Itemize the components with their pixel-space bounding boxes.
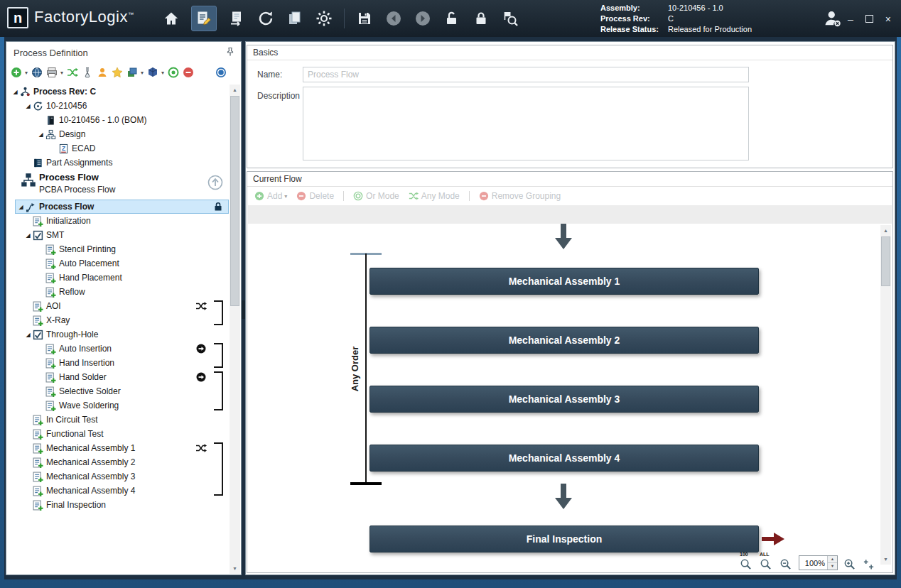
maximize-button[interactable] bbox=[865, 14, 873, 24]
tree-item-hand-insertion[interactable]: Hand Insertion bbox=[6, 356, 229, 370]
flow-step-box[interactable]: Mechanical Assembly 3 bbox=[369, 386, 759, 413]
tree-item-aoi[interactable]: AOI bbox=[6, 299, 229, 313]
dropdown-caret-icon[interactable]: ▾ bbox=[60, 70, 63, 76]
circle-blue-icon[interactable] bbox=[215, 67, 227, 78]
tree-item-x-ray[interactable]: X-Ray bbox=[6, 313, 229, 327]
flow-step-box[interactable]: Mechanical Assembly 1 bbox=[369, 268, 759, 295]
exchange-icon[interactable] bbox=[67, 67, 78, 78]
scroll-down-icon[interactable]: ▼ bbox=[230, 563, 240, 574]
unlock-icon[interactable] bbox=[443, 9, 461, 28]
tree-item-mechanical-assembly-1[interactable]: Mechanical Assembly 1 bbox=[6, 441, 229, 455]
user-icon[interactable] bbox=[97, 67, 108, 78]
dropdown-caret-icon[interactable]: ▾ bbox=[161, 70, 164, 76]
circle-green-icon[interactable] bbox=[168, 67, 179, 78]
flask-icon[interactable] bbox=[82, 67, 93, 78]
lock-icon[interactable] bbox=[472, 9, 490, 28]
any-mode-button[interactable]: Any Mode bbox=[409, 191, 460, 201]
tree-item-mechanical-assembly-4[interactable]: Mechanical Assembly 4 bbox=[6, 484, 229, 498]
flow-step-box[interactable]: Mechanical Assembly 2 bbox=[369, 327, 759, 354]
tree-expander-icon[interactable]: ◢ bbox=[11, 89, 20, 95]
add-icon[interactable] bbox=[11, 67, 22, 78]
star-icon[interactable] bbox=[112, 67, 123, 78]
tree-item-label: Process Rev: C bbox=[33, 87, 96, 97]
tree-item-wave-soldering[interactable]: Wave Soldering bbox=[6, 398, 229, 413]
scroll-up-icon[interactable]: ▲ bbox=[880, 225, 891, 236]
scroll-down-icon[interactable]: ▼ bbox=[880, 554, 891, 565]
delete-button[interactable]: Delete bbox=[296, 191, 334, 201]
or-mode-button[interactable]: Or Mode bbox=[353, 191, 399, 201]
tree-expander-icon[interactable]: ◢ bbox=[23, 103, 33, 109]
tree-item-final-inspection[interactable]: Final Inspection bbox=[6, 498, 229, 512]
zoom-step-up-button[interactable]: ▲ bbox=[828, 556, 837, 563]
tree-item-in-circuit-test[interactable]: In Circuit Test bbox=[6, 413, 229, 427]
tree-scrollbar[interactable]: ▲ ▼ bbox=[230, 85, 240, 574]
tree-item-auto-insertion[interactable]: Auto Insertion bbox=[6, 342, 229, 356]
description-input[interactable] bbox=[303, 87, 749, 160]
back-icon[interactable] bbox=[384, 9, 403, 28]
zoom-out-button[interactable] bbox=[779, 555, 793, 570]
tree-item-through-hole[interactable]: ◢Through-Hole bbox=[6, 327, 229, 342]
document-flow-icon[interactable] bbox=[227, 9, 246, 28]
zoom-level-spinner[interactable]: 100% ▲ ▼ bbox=[799, 555, 838, 570]
tree-expander-icon[interactable]: ◢ bbox=[23, 232, 33, 239]
zoom-fit-all-button[interactable]: ALL bbox=[760, 552, 774, 570]
tree-item-10-210456-1-0-bom[interactable]: 10-210456 - 1.0 (BOM) bbox=[6, 113, 229, 127]
sync-icon[interactable] bbox=[257, 9, 275, 28]
design-icon bbox=[45, 129, 56, 140]
tree-item-hand-solder[interactable]: Hand Solder bbox=[6, 370, 229, 384]
process-flow-section-header[interactable]: Process Flow PCBA Process Flow bbox=[6, 171, 229, 198]
tree-item-functional-test[interactable]: Functional Test bbox=[6, 427, 229, 441]
web-icon[interactable] bbox=[31, 67, 43, 78]
tree-item-stencil-printing[interactable]: Stencil Printing bbox=[6, 242, 229, 256]
layers-icon[interactable] bbox=[126, 67, 138, 78]
zoom-increments-button[interactable] bbox=[863, 555, 876, 570]
tree-item-initialization[interactable]: Initialization bbox=[6, 214, 229, 228]
zoom-step-down-button[interactable]: ▼ bbox=[828, 563, 837, 570]
jump-to-flow-button[interactable] bbox=[207, 175, 223, 190]
minimize-button[interactable]: – bbox=[848, 14, 853, 24]
save-icon[interactable] bbox=[355, 9, 374, 28]
tree-item-hand-placement[interactable]: Hand Placement bbox=[6, 271, 229, 285]
tree-expander-icon[interactable]: ◢ bbox=[23, 332, 33, 338]
flow-final-box[interactable]: Final Inspection bbox=[369, 526, 759, 552]
canvas-scrollbar[interactable]: ▲ ▼ bbox=[880, 225, 891, 565]
documents-icon[interactable] bbox=[286, 9, 304, 28]
tree-item-smt[interactable]: ◢SMT bbox=[6, 228, 229, 242]
scroll-up-icon[interactable]: ▲ bbox=[230, 85, 240, 95]
add-button[interactable]: Add▾ bbox=[254, 191, 287, 201]
zoom-in-button[interactable] bbox=[843, 555, 857, 570]
pin-icon[interactable] bbox=[225, 47, 235, 60]
flow-step-box[interactable]: Mechanical Assembly 4 bbox=[369, 445, 759, 472]
tree-item-process-flow[interactable]: ◢Process Flow bbox=[15, 200, 229, 214]
audit-search-icon[interactable] bbox=[501, 9, 519, 28]
tree-item-selective-solder[interactable]: Selective Solder bbox=[6, 384, 229, 398]
scrollbar-thumb[interactable] bbox=[230, 96, 239, 306]
dropdown-caret-icon[interactable]: ▾ bbox=[25, 70, 28, 76]
tree-item-part-assignments[interactable]: Part Assignments bbox=[6, 156, 229, 170]
tree-item-mechanical-assembly-2[interactable]: Mechanical Assembly 2 bbox=[6, 455, 229, 469]
tree-item-process-rev-c[interactable]: ◢Process Rev: C bbox=[6, 85, 229, 99]
forward-icon[interactable] bbox=[414, 9, 432, 28]
package-icon[interactable] bbox=[147, 67, 158, 78]
remove-grouping-button[interactable]: Remove Grouping bbox=[479, 191, 561, 201]
home-icon[interactable] bbox=[162, 9, 180, 28]
close-button[interactable]: × bbox=[885, 14, 891, 24]
print-icon[interactable] bbox=[46, 67, 58, 78]
process-editor-icon[interactable] bbox=[191, 6, 217, 31]
tree-item-design[interactable]: ◢Design bbox=[6, 127, 229, 141]
circle-red-icon[interactable] bbox=[183, 67, 194, 78]
scrollbar-thumb[interactable] bbox=[881, 236, 890, 286]
tree-expander-icon[interactable]: ◢ bbox=[16, 204, 26, 210]
zoom-100-button[interactable]: 100 bbox=[740, 552, 754, 570]
tree-item-10-210456[interactable]: ◢10-210456 bbox=[6, 99, 229, 113]
tree-item-auto-placement[interactable]: Auto Placement bbox=[6, 256, 229, 271]
tree-item-ecad[interactable]: ZECAD bbox=[6, 141, 229, 156]
tree-expander-icon[interactable]: ◢ bbox=[36, 131, 45, 138]
user-logout-icon[interactable] bbox=[823, 9, 843, 28]
settings-gear-icon[interactable] bbox=[315, 9, 333, 28]
trademark-symbol: ™ bbox=[128, 11, 134, 18]
dropdown-caret-icon[interactable]: ▾ bbox=[141, 70, 144, 76]
tree-item-mechanical-assembly-3[interactable]: Mechanical Assembly 3 bbox=[6, 469, 229, 484]
tree-item-reflow[interactable]: Reflow bbox=[6, 285, 229, 299]
name-input[interactable] bbox=[303, 67, 749, 82]
